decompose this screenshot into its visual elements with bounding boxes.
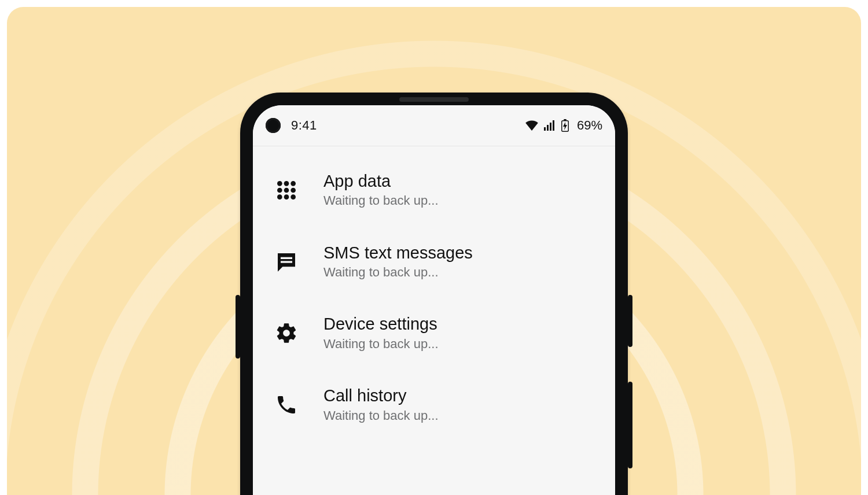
battery-percentage: 69%: [577, 118, 602, 133]
svg-rect-3: [553, 120, 554, 131]
backup-item-app-data[interactable]: App data Waiting to back up...: [253, 154, 615, 226]
svg-point-7: [284, 181, 289, 186]
phone-screen: 9:41: [253, 105, 615, 495]
svg-point-6: [277, 181, 282, 186]
svg-point-13: [284, 194, 289, 200]
backup-item-subtitle: Waiting to back up...: [323, 337, 439, 352]
phone-icon: [273, 391, 300, 419]
svg-rect-4: [564, 119, 567, 120]
status-time: 9:41: [291, 118, 317, 133]
svg-rect-1: [547, 125, 549, 131]
backup-item-call-history[interactable]: Call history Waiting to back up...: [253, 369, 615, 441]
backup-item-device-settings[interactable]: Device settings Waiting to back up...: [253, 297, 615, 369]
wifi-icon: [525, 120, 538, 131]
phone-side-button-right-2: [628, 382, 632, 468]
backup-list: App data Waiting to back up...: [253, 146, 615, 441]
phone-mockup: 9:41: [240, 93, 628, 495]
status-bar: 9:41: [253, 105, 615, 146]
svg-point-12: [277, 194, 282, 200]
svg-rect-16: [281, 261, 292, 263]
backup-item-subtitle: Waiting to back up...: [323, 265, 473, 280]
phone-side-button-left: [236, 295, 240, 359]
battery-icon: [561, 119, 569, 132]
background-card: 9:41: [7, 7, 861, 495]
backup-item-title: Device settings: [323, 315, 439, 334]
phone-side-button-right-1: [628, 295, 632, 347]
svg-rect-2: [550, 123, 551, 131]
backup-item-title: App data: [323, 172, 439, 191]
svg-point-11: [290, 188, 296, 193]
backup-item-sms[interactable]: SMS text messages Waiting to back up...: [253, 226, 615, 298]
camera-hole: [266, 118, 281, 133]
svg-rect-15: [281, 257, 292, 258]
phone-speaker: [399, 97, 469, 102]
backup-item-title: Call history: [323, 386, 439, 405]
svg-point-14: [290, 194, 296, 200]
phone-shell: 9:41: [240, 93, 628, 495]
backup-item-subtitle: Waiting to back up...: [323, 408, 439, 423]
cellular-icon: [544, 120, 556, 131]
svg-point-8: [290, 181, 296, 186]
message-icon: [273, 248, 300, 276]
apps-grid-icon: [273, 176, 300, 204]
canvas: 9:41: [0, 0, 868, 495]
svg-rect-0: [544, 127, 546, 131]
gear-icon: [273, 319, 300, 347]
backup-item-subtitle: Waiting to back up...: [323, 193, 439, 208]
svg-point-9: [277, 188, 282, 193]
status-icons: 69%: [525, 118, 602, 133]
svg-point-10: [284, 188, 289, 193]
backup-item-title: SMS text messages: [323, 243, 473, 263]
